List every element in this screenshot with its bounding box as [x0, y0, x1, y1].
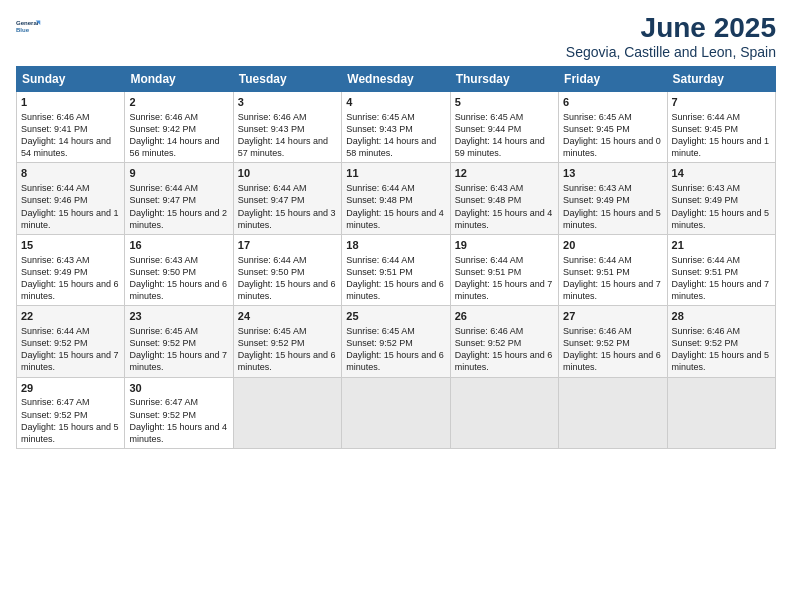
col-friday: Friday: [559, 67, 667, 92]
svg-text:General: General: [16, 20, 39, 26]
day-number: 15: [21, 238, 120, 253]
sunrise-text: Sunrise: 6:43 AM: [129, 255, 198, 265]
sunset-text: Sunset: 9:52 PM: [238, 338, 305, 348]
sunset-text: Sunset: 9:52 PM: [346, 338, 413, 348]
sunrise-text: Sunrise: 6:44 AM: [346, 183, 415, 193]
daylight-label: Daylight: 15 hours and 6 minutes.: [455, 350, 553, 372]
day-number: 13: [563, 166, 662, 181]
daylight-label: Daylight: 15 hours and 0 minutes.: [563, 136, 661, 158]
sunset-text: Sunset: 9:51 PM: [672, 267, 739, 277]
table-row: 11Sunrise: 6:44 AMSunset: 9:48 PMDayligh…: [342, 163, 450, 234]
table-row: 25Sunrise: 6:45 AMSunset: 9:52 PMDayligh…: [342, 306, 450, 377]
daylight-label: Daylight: 15 hours and 1 minute.: [21, 208, 119, 230]
table-row: 17Sunrise: 6:44 AMSunset: 9:50 PMDayligh…: [233, 234, 341, 305]
day-number: 23: [129, 309, 228, 324]
table-row: 23Sunrise: 6:45 AMSunset: 9:52 PMDayligh…: [125, 306, 233, 377]
sunset-text: Sunset: 9:45 PM: [672, 124, 739, 134]
table-row: 9Sunrise: 6:44 AMSunset: 9:47 PMDaylight…: [125, 163, 233, 234]
day-number: 19: [455, 238, 554, 253]
sunrise-text: Sunrise: 6:46 AM: [672, 326, 741, 336]
calendar-table: Sunday Monday Tuesday Wednesday Thursday…: [16, 66, 776, 449]
day-number: 22: [21, 309, 120, 324]
daylight-label: Daylight: 15 hours and 4 minutes.: [346, 208, 444, 230]
sunrise-text: Sunrise: 6:44 AM: [129, 183, 198, 193]
day-number: 8: [21, 166, 120, 181]
table-row: 30Sunrise: 6:47 AMSunset: 9:52 PMDayligh…: [125, 377, 233, 448]
daylight-label: Daylight: 14 hours and 56 minutes.: [129, 136, 219, 158]
sunset-text: Sunset: 9:51 PM: [455, 267, 522, 277]
sunset-text: Sunset: 9:49 PM: [21, 267, 88, 277]
day-number: 21: [672, 238, 771, 253]
col-saturday: Saturday: [667, 67, 775, 92]
sunrise-text: Sunrise: 6:45 AM: [346, 326, 415, 336]
sunrise-text: Sunrise: 6:44 AM: [563, 255, 632, 265]
sunrise-text: Sunrise: 6:45 AM: [238, 326, 307, 336]
sunrise-text: Sunrise: 6:46 AM: [455, 326, 524, 336]
table-row: 5Sunrise: 6:45 AMSunset: 9:44 PMDaylight…: [450, 92, 558, 163]
main-title: June 2025: [566, 12, 776, 44]
sunrise-text: Sunrise: 6:43 AM: [21, 255, 90, 265]
daylight-label: Daylight: 15 hours and 1 minute.: [672, 136, 770, 158]
day-number: 27: [563, 309, 662, 324]
sunset-text: Sunset: 9:44 PM: [455, 124, 522, 134]
table-row: 27Sunrise: 6:46 AMSunset: 9:52 PMDayligh…: [559, 306, 667, 377]
day-number: 1: [21, 95, 120, 110]
sunset-text: Sunset: 9:43 PM: [346, 124, 413, 134]
table-row: [233, 377, 341, 448]
day-number: 28: [672, 309, 771, 324]
day-number: 24: [238, 309, 337, 324]
table-row: 3Sunrise: 6:46 AMSunset: 9:43 PMDaylight…: [233, 92, 341, 163]
table-row: 1Sunrise: 6:46 AMSunset: 9:41 PMDaylight…: [17, 92, 125, 163]
day-number: 26: [455, 309, 554, 324]
sunset-text: Sunset: 9:51 PM: [346, 267, 413, 277]
day-number: 12: [455, 166, 554, 181]
daylight-label: Daylight: 15 hours and 7 minutes.: [563, 279, 661, 301]
sunrise-text: Sunrise: 6:44 AM: [672, 112, 741, 122]
sunset-text: Sunset: 9:47 PM: [129, 195, 196, 205]
sunset-text: Sunset: 9:52 PM: [672, 338, 739, 348]
day-number: 25: [346, 309, 445, 324]
col-wednesday: Wednesday: [342, 67, 450, 92]
sunrise-text: Sunrise: 6:44 AM: [21, 183, 90, 193]
table-row: 7Sunrise: 6:44 AMSunset: 9:45 PMDaylight…: [667, 92, 775, 163]
table-row: 14Sunrise: 6:43 AMSunset: 9:49 PMDayligh…: [667, 163, 775, 234]
table-row: [450, 377, 558, 448]
col-tuesday: Tuesday: [233, 67, 341, 92]
sunrise-text: Sunrise: 6:46 AM: [238, 112, 307, 122]
daylight-label: Daylight: 14 hours and 58 minutes.: [346, 136, 436, 158]
day-number: 7: [672, 95, 771, 110]
daylight-label: Daylight: 15 hours and 4 minutes.: [455, 208, 553, 230]
day-number: 30: [129, 381, 228, 396]
page: GeneralBlue June 2025 Segovia, Castille …: [0, 0, 792, 612]
daylight-label: Daylight: 15 hours and 7 minutes.: [129, 350, 227, 372]
daylight-label: Daylight: 15 hours and 5 minutes.: [21, 422, 119, 444]
table-row: 10Sunrise: 6:44 AMSunset: 9:47 PMDayligh…: [233, 163, 341, 234]
table-row: 4Sunrise: 6:45 AMSunset: 9:43 PMDaylight…: [342, 92, 450, 163]
sunrise-text: Sunrise: 6:44 AM: [21, 326, 90, 336]
day-number: 11: [346, 166, 445, 181]
daylight-label: Daylight: 15 hours and 5 minutes.: [672, 350, 770, 372]
day-number: 16: [129, 238, 228, 253]
day-number: 14: [672, 166, 771, 181]
table-row: 6Sunrise: 6:45 AMSunset: 9:45 PMDaylight…: [559, 92, 667, 163]
daylight-label: Daylight: 15 hours and 7 minutes.: [672, 279, 770, 301]
sunrise-text: Sunrise: 6:44 AM: [238, 183, 307, 193]
table-row: 12Sunrise: 6:43 AMSunset: 9:48 PMDayligh…: [450, 163, 558, 234]
sunrise-text: Sunrise: 6:44 AM: [455, 255, 524, 265]
daylight-label: Daylight: 15 hours and 6 minutes.: [21, 279, 119, 301]
sunset-text: Sunset: 9:47 PM: [238, 195, 305, 205]
daylight-label: Daylight: 15 hours and 6 minutes.: [129, 279, 227, 301]
daylight-label: Daylight: 15 hours and 7 minutes.: [455, 279, 553, 301]
sunset-text: Sunset: 9:45 PM: [563, 124, 630, 134]
daylight-label: Daylight: 14 hours and 54 minutes.: [21, 136, 111, 158]
sunrise-text: Sunrise: 6:44 AM: [238, 255, 307, 265]
sunrise-text: Sunrise: 6:44 AM: [346, 255, 415, 265]
table-row: 20Sunrise: 6:44 AMSunset: 9:51 PMDayligh…: [559, 234, 667, 305]
daylight-label: Daylight: 15 hours and 2 minutes.: [129, 208, 227, 230]
sunrise-text: Sunrise: 6:43 AM: [672, 183, 741, 193]
table-row: 22Sunrise: 6:44 AMSunset: 9:52 PMDayligh…: [17, 306, 125, 377]
col-thursday: Thursday: [450, 67, 558, 92]
sunrise-text: Sunrise: 6:47 AM: [21, 397, 90, 407]
table-row: 18Sunrise: 6:44 AMSunset: 9:51 PMDayligh…: [342, 234, 450, 305]
sunrise-text: Sunrise: 6:43 AM: [563, 183, 632, 193]
